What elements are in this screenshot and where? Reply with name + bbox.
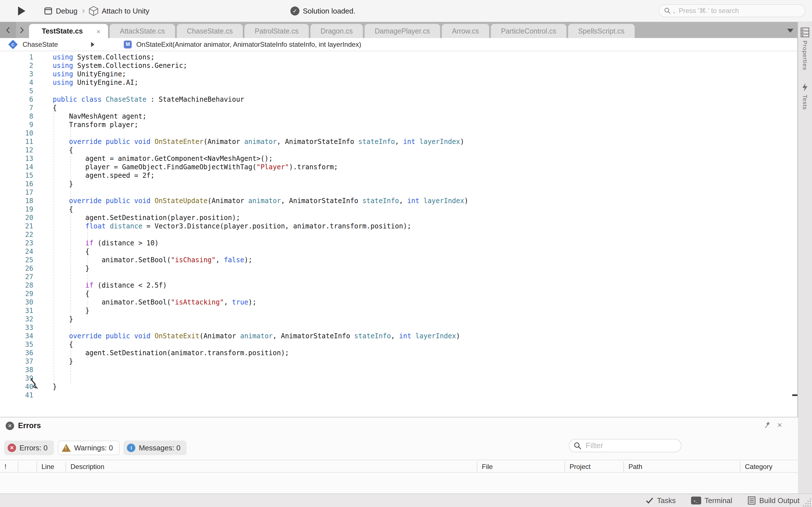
severity-filters: ✕ Errors: 0 Warnings: 0 i Messages: 0 bbox=[4, 441, 187, 455]
close-panel-icon[interactable]: × bbox=[777, 421, 782, 429]
code-line[interactable]: 18 override public void OnStateUpdate(An… bbox=[0, 196, 468, 205]
tab-attackstate-cs[interactable]: AttackState.cs bbox=[110, 24, 175, 38]
sidebar-item-properties[interactable]: Properties bbox=[798, 27, 812, 70]
column-header-Path[interactable]: Path bbox=[624, 462, 741, 472]
tab-label: ChaseState.cs bbox=[187, 27, 233, 35]
code-line[interactable]: 22 bbox=[0, 230, 468, 239]
run-configuration[interactable]: Debug › Attach to Unity bbox=[44, 6, 149, 16]
code-line[interactable]: 36 agent.SetDestination(animator.transfo… bbox=[0, 349, 468, 357]
code-line[interactable]: 10 bbox=[0, 129, 468, 137]
code-line[interactable]: 31 } bbox=[0, 306, 468, 315]
code-line[interactable]: 35 { bbox=[0, 340, 468, 349]
code-line[interactable]: 11 override public void OnStateEnter(Ani… bbox=[0, 137, 468, 146]
errors-filter-input[interactable] bbox=[586, 441, 670, 450]
code-line[interactable]: 8 NavMeshAgent agent; bbox=[0, 112, 468, 121]
pin-icon[interactable] bbox=[764, 421, 771, 429]
errors-filter-toggle[interactable]: ✕ Errors: 0 bbox=[4, 441, 54, 455]
line-number: 3 bbox=[0, 70, 33, 78]
code-line[interactable]: 2using System.Collections.Generic; bbox=[0, 61, 468, 70]
code-line[interactable]: 30 animator.SetBool("isAttacking", true)… bbox=[0, 298, 468, 306]
code-line[interactable]: 34 override public void OnStateExit(Anim… bbox=[0, 332, 468, 340]
lightning-icon bbox=[801, 83, 809, 92]
line-number: 22 bbox=[0, 230, 33, 239]
tab-close-icon[interactable]: × bbox=[96, 27, 101, 36]
code-line[interactable]: 29 { bbox=[0, 290, 468, 298]
line-number: 8 bbox=[0, 112, 33, 121]
sidebar-label[interactable]: Properties bbox=[802, 41, 808, 70]
code-line[interactable]: 5 bbox=[0, 87, 468, 95]
messages-filter-toggle[interactable]: i Messages: 0 bbox=[123, 441, 186, 455]
code-line[interactable]: 12 { bbox=[0, 146, 468, 154]
tab-teststate-cs[interactable]: TestState.cs× bbox=[29, 24, 108, 38]
search-input[interactable] bbox=[679, 7, 786, 15]
build-output-button[interactable]: Build Output bbox=[748, 496, 800, 505]
code-line[interactable]: 27 bbox=[0, 273, 468, 281]
sidebar-item-tests[interactable]: Tests bbox=[798, 83, 812, 110]
column-header-icon[interactable] bbox=[18, 462, 37, 472]
errors-table-header[interactable]: !LineDescriptionFileProjectPathCategory bbox=[0, 460, 798, 473]
code-line[interactable]: 16 } bbox=[0, 180, 468, 188]
line-number: 27 bbox=[0, 273, 33, 281]
code-line[interactable]: 19 { bbox=[0, 205, 468, 214]
code-line[interactable]: 37 } bbox=[0, 357, 468, 365]
column-header-Category[interactable]: Category bbox=[741, 462, 798, 472]
tab-dragon-cs[interactable]: Dragon.cs bbox=[310, 24, 363, 38]
run-play-button[interactable] bbox=[18, 6, 26, 15]
code-line[interactable]: 20 agent.SetDestination(player.position)… bbox=[0, 214, 468, 222]
code-line[interactable]: 13 agent = animator.GetComponent<NavMesh… bbox=[0, 154, 468, 163]
code-line[interactable]: 21 float distance = Vector3.Distance(pla… bbox=[0, 222, 468, 230]
tab-overflow-dropdown-icon[interactable] bbox=[787, 29, 794, 33]
code-line[interactable]: 28 if (distance < 2.5f) bbox=[0, 281, 468, 290]
code-line[interactable]: 24 { bbox=[0, 247, 468, 256]
tab-particlecontrol-cs[interactable]: ParticleControl.cs bbox=[491, 24, 566, 38]
code-line[interactable]: 32 } bbox=[0, 315, 468, 323]
column-header-![interactable]: ! bbox=[0, 462, 18, 472]
code-line[interactable]: 38 bbox=[0, 365, 468, 374]
code-line[interactable]: 33 bbox=[0, 323, 468, 332]
tab-damageplayer-cs[interactable]: DamagePlayer.cs bbox=[364, 24, 440, 38]
code-text: agent = animator.GetComponent<NavMeshAge… bbox=[33, 154, 273, 163]
code-line[interactable]: 6public class ChaseState : StateMachineB… bbox=[0, 95, 468, 104]
terminal-button[interactable]: ›_ Terminal bbox=[691, 496, 732, 505]
code-line[interactable]: 1using System.Collections; bbox=[0, 53, 468, 61]
search-scope-chevron-icon[interactable]: ⌄ bbox=[672, 9, 676, 14]
column-header-Project[interactable]: Project bbox=[565, 462, 624, 472]
tab-arrow-cs[interactable]: Arrow.cs bbox=[442, 24, 489, 38]
line-number: 6 bbox=[0, 95, 33, 104]
errors-filter-field[interactable] bbox=[569, 439, 681, 452]
sidebar-label[interactable]: Tests bbox=[802, 95, 808, 110]
code-line[interactable]: 39 bbox=[0, 374, 468, 383]
column-header-Line[interactable]: Line bbox=[37, 462, 66, 472]
warnings-filter-toggle[interactable]: Warnings: 0 bbox=[58, 441, 120, 455]
tasks-button[interactable]: Tasks bbox=[646, 496, 675, 505]
search-icon bbox=[664, 7, 671, 14]
resize-grip[interactable] bbox=[803, 498, 811, 506]
code-line[interactable]: 26 } bbox=[0, 264, 468, 273]
method-icon: M bbox=[124, 41, 132, 48]
attach-target-label[interactable]: Attach to Unity bbox=[102, 7, 149, 15]
code-line[interactable]: 9 Transform player; bbox=[0, 121, 468, 129]
code-line[interactable]: 7{ bbox=[0, 104, 468, 112]
nav-back-button[interactable] bbox=[0, 22, 16, 38]
column-header-File[interactable]: File bbox=[477, 462, 565, 472]
tab-chasestate-cs[interactable]: ChaseState.cs bbox=[177, 24, 243, 38]
column-header-Description[interactable]: Description bbox=[66, 462, 477, 472]
code-line[interactable]: 41 bbox=[0, 391, 468, 399]
code-line[interactable]: 3using UnityEngine; bbox=[0, 70, 468, 78]
code-editor[interactable]: 1using System.Collections;2using System.… bbox=[0, 52, 797, 417]
code-line[interactable]: 25 animator.SetBool("isChasing", false); bbox=[0, 256, 468, 264]
code-line[interactable]: 4using UnityEngine.AI; bbox=[0, 78, 468, 87]
code-line[interactable]: 40} bbox=[0, 383, 468, 391]
global-search-field[interactable]: ⌄ bbox=[659, 4, 806, 17]
breadcrumb-method-signature[interactable]: OnStateExit(Animator animator, AnimatorS… bbox=[136, 41, 361, 48]
code-line[interactable]: 14 player = GameObject.FindGameObjectWit… bbox=[0, 163, 468, 171]
breadcrumb-class-name[interactable]: ChaseState bbox=[22, 41, 58, 48]
code-line[interactable]: 23 if (distance > 10) bbox=[0, 239, 468, 247]
nav-forward-button[interactable] bbox=[16, 22, 28, 38]
tab-spellsscript-cs[interactable]: SpellsScript.cs bbox=[568, 24, 635, 38]
tab-patrolstate-cs[interactable]: PatrolState.cs bbox=[245, 24, 309, 38]
code-line[interactable]: 15 agent.speed = 2f; bbox=[0, 171, 468, 180]
debug-config-label[interactable]: Debug bbox=[56, 7, 78, 15]
tab-label: Arrow.cs bbox=[452, 27, 479, 35]
code-line[interactable]: 17 bbox=[0, 188, 468, 196]
